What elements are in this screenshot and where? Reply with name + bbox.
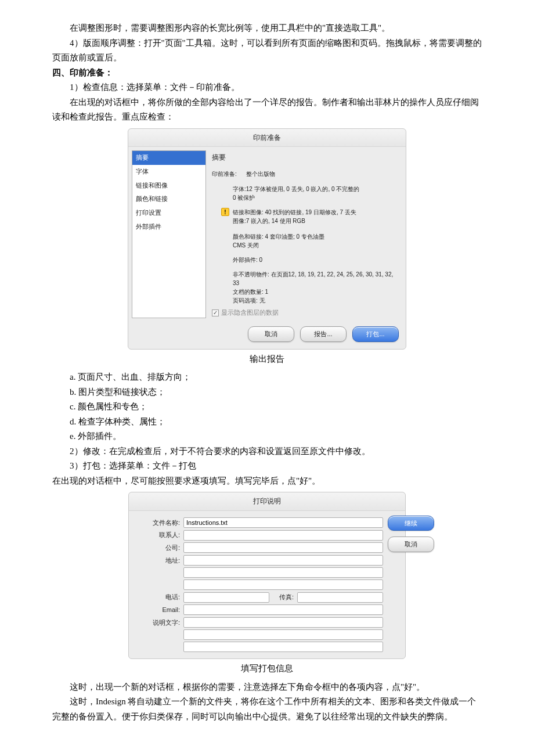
label-desc: 说明文字: bbox=[134, 617, 183, 628]
contact-field[interactable] bbox=[183, 530, 383, 541]
company-field[interactable] bbox=[183, 542, 383, 553]
para-indesign-folder: 这时，Indesign 将自动建立一个新的文件夹，将你在这个工作中所有相关的文本… bbox=[52, 694, 482, 724]
colors-line-2: CMS 关闭 bbox=[233, 241, 396, 250]
dialog-main: 摘要 印前准备: 整个出版物 字体:12 字体被使用, 0 丢失, 0 嵌入的,… bbox=[206, 150, 402, 318]
cancel-button-2[interactable]: 取消 bbox=[388, 537, 434, 552]
dialog-nav-list[interactable]: 摘要 字体 链接和图像 颜色和链接 打印设置 外部插件 bbox=[132, 150, 206, 318]
fonts-line-1: 字体:12 字体被使用, 0 丢失, 0 嵌入的, 0 不完整的 bbox=[233, 185, 396, 193]
report-button[interactable]: 报告... bbox=[300, 326, 347, 342]
para-fill-form: 在出现的对话框中，尽可能按照要求逐项填写。填写完毕后，点"好"。 bbox=[52, 474, 482, 489]
plugins-line: 外部插件: 0 bbox=[233, 255, 396, 264]
email-field[interactable] bbox=[183, 604, 383, 615]
nav-item-colors[interactable]: 颜色和链接 bbox=[132, 192, 205, 206]
list-c: c. 颜色属性和专色； bbox=[52, 399, 482, 415]
nav-item-fonts[interactable]: 字体 bbox=[132, 165, 205, 179]
caption-package-info: 填写打包信息 bbox=[52, 661, 482, 676]
opaque-line-1: 非不透明物件: 在页面12, 18, 19, 21, 22, 24, 25, 2… bbox=[233, 270, 396, 287]
para-package: 3）打包：选择菜单：文件－打包 bbox=[52, 459, 482, 474]
dialog-title: 印前准备 bbox=[128, 129, 406, 147]
label-address: 地址: bbox=[134, 555, 183, 566]
print-instructions-dialog: 打印说明 文件名称: 联系人: 公司: 地址: 电话: bbox=[128, 492, 406, 659]
preflight-dialog: 印前准备 摘要 字体 链接和图像 颜色和链接 打印设置 外部插件 摘要 印前准备… bbox=[128, 128, 406, 350]
label-filename: 文件名称: bbox=[134, 517, 183, 528]
list-a: a. 页面尺寸、出血、排版方向； bbox=[52, 370, 482, 385]
summary-heading: 摘要 bbox=[212, 150, 396, 167]
para-report-desc: 在出现的对话框中，将你所做的全部内容给出了一个详尽的报告。制作者和输出菲林片的操… bbox=[52, 95, 482, 125]
caption-output-report: 输出报告 bbox=[52, 352, 482, 367]
address-field-3[interactable] bbox=[183, 579, 383, 590]
cancel-button[interactable]: 取消 bbox=[248, 326, 294, 342]
label-contact: 联系人: bbox=[134, 530, 183, 541]
nav-item-plugins[interactable]: 外部插件 bbox=[132, 220, 205, 234]
label-company: 公司: bbox=[134, 542, 183, 553]
opaque-line-3: 页码选项: 无 bbox=[233, 296, 396, 305]
phone-field[interactable] bbox=[183, 592, 269, 603]
colors-block: 颜色和链接: 4 套印油墨; 0 专色油墨 CMS 关闭 bbox=[233, 232, 396, 250]
colors-line-1: 颜色和链接: 4 套印油墨; 0 专色油墨 bbox=[233, 232, 396, 241]
fonts-line-2: 0 被保护 bbox=[233, 193, 396, 202]
checkbox-label: 显示隐含图层的数据 bbox=[221, 307, 279, 318]
opaque-line-2: 文档的数量: 1 bbox=[233, 287, 396, 296]
list-b: b. 图片类型和链接状态； bbox=[52, 385, 482, 400]
scope-label: 印前准备: bbox=[212, 171, 237, 177]
fonts-line: 字体:12 字体被使用, 0 丢失, 0 嵌入的, 0 不完整的 0 被保护 bbox=[233, 185, 396, 202]
heading-preflight: 四、印前准备： bbox=[52, 66, 482, 81]
list-e: e. 外部插件。 bbox=[52, 429, 482, 444]
para-page-order: 4）版面顺序调整：打开"页面"工具箱。这时，可以看到所有页面的缩略图和页码。拖拽… bbox=[52, 36, 482, 66]
list-d: d. 检查字体种类、属性； bbox=[52, 415, 482, 430]
para-new-dialog: 这时，出现一个新的对话框，根据你的需要，注意选择左下角命令框中的各项内容，点"好… bbox=[52, 680, 482, 695]
address-field-2[interactable] bbox=[183, 567, 383, 578]
desc-field-2[interactable] bbox=[183, 629, 383, 640]
label-phone: 电话: bbox=[134, 592, 183, 603]
nav-item-summary[interactable]: 摘要 bbox=[132, 151, 205, 165]
links-warning-row: ! 链接和图像: 40 找到的链接, 19 日期修改, 7 丢失 图像:7 嵌入… bbox=[221, 208, 396, 225]
label-fax: 传真: bbox=[269, 592, 297, 603]
para-check-info: 1）检查信息：选择菜单：文件－印前准备。 bbox=[52, 80, 482, 95]
warning-icon: ! bbox=[221, 208, 229, 216]
nav-item-links[interactable]: 链接和图像 bbox=[132, 179, 205, 193]
form-area: 文件名称: 联系人: 公司: 地址: 电话: 传真: bbox=[134, 516, 383, 654]
scope-value: 整个出版物 bbox=[246, 171, 275, 177]
show-hidden-layers-checkbox[interactable]: ✓ 显示隐含图层的数据 bbox=[212, 307, 396, 318]
address-field-1[interactable] bbox=[183, 555, 383, 566]
checkbox-icon: ✓ bbox=[212, 309, 219, 316]
label-email: Email: bbox=[134, 604, 183, 615]
dialog2-title: 打印说明 bbox=[129, 492, 405, 510]
desc-field-3[interactable] bbox=[183, 642, 383, 652]
continue-button[interactable]: 继续 bbox=[388, 516, 434, 531]
links-line-1: 链接和图像: 40 找到的链接, 19 日期修改, 7 丢失 bbox=[233, 208, 356, 217]
para-modify: 2）修改：在完成检查后，对于不符合要求的内容和设置返回至原文件中修改。 bbox=[52, 444, 482, 459]
filename-field[interactable] bbox=[183, 517, 383, 528]
nav-item-print[interactable]: 打印设置 bbox=[132, 206, 205, 220]
package-button[interactable]: 打包... bbox=[352, 326, 399, 342]
fax-field[interactable] bbox=[297, 592, 383, 603]
opaque-block: 非不透明物件: 在页面12, 18, 19, 21, 22, 24, 25, 2… bbox=[233, 270, 396, 305]
desc-field-1[interactable] bbox=[183, 617, 383, 628]
links-line-2: 图像:7 嵌入的, 14 使用 RGB bbox=[233, 217, 356, 225]
scope-row: 印前准备: 整个出版物 bbox=[212, 169, 396, 179]
para-graphic-adjust: 在调整图形时，需要调整图形内容的长宽比例等，使用工具栏中的"直接选取工具"。 bbox=[52, 21, 482, 36]
